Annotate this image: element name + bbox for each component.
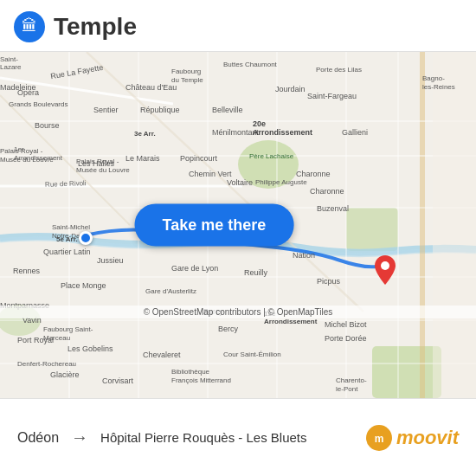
- moovit-icon: m: [365, 424, 393, 452]
- label-gare-lyon: Gare de Lyon: [171, 264, 218, 273]
- label-reuilly: Reuilly: [244, 268, 267, 277]
- label-porte-doree: Porte Dorée: [325, 334, 367, 343]
- destination-marker: [375, 255, 396, 285]
- label-le-marais: Le Marais: [125, 154, 160, 163]
- label-chemin-vert: Chemin Vert: [189, 170, 232, 178]
- svg-point-23: [381, 261, 389, 270]
- label-cour-saint-emilion: Cour Saint-Émilion: [223, 351, 281, 358]
- label-saint-lazare: Saint-Lazare: [0, 55, 21, 71]
- label-bagnol: Bagno-les-Reines: [422, 74, 455, 93]
- label-gallieni: Gallieni: [342, 128, 368, 137]
- origin-marker: [79, 231, 93, 245]
- label-les-gobelins: Les Gobelins: [68, 344, 113, 353]
- moovit-logo: m moovit: [365, 424, 459, 452]
- label-glaciere: Glacière: [50, 370, 80, 379]
- label-belleville: Belleville: [212, 106, 243, 114]
- svg-rect-7: [420, 52, 425, 398]
- footer: Odéon → Hôpital Pierre Rouquès - Les Blu…: [0, 398, 476, 476]
- label-porte-lilas: Porte des Lilas: [316, 66, 362, 74]
- label-faubourg-temple: Faubourgdu Temple: [171, 68, 203, 86]
- origin-label: Odéon: [17, 430, 59, 446]
- svg-text:m: m: [375, 433, 384, 445]
- label-jussieu: Jussieu: [97, 256, 124, 265]
- destination-label: Hôpital Pierre Rouquès - Les Bluets: [100, 430, 306, 445]
- label-jourdain: Jourdain: [275, 85, 306, 93]
- label-michel-bizot: Michel Bizot: [325, 320, 367, 329]
- svg-rect-2: [346, 208, 398, 251]
- label-philippe-auguste: Philippe Auguste: [255, 178, 307, 186]
- label-place-monge: Place Monge: [61, 281, 106, 290]
- label-sentier: Sentier: [93, 106, 119, 114]
- svg-rect-22: [433, 52, 476, 398]
- label-nation: Nation: [293, 251, 315, 260]
- label-grands-boulevards: Grands Boulevards: [9, 100, 68, 108]
- label-corvisart: Corvisart: [102, 376, 133, 385]
- label-gare-austerlitz: Gare d'Austerlitz: [145, 287, 196, 295]
- label-rue-rivoli: Rue de Rivoli: [45, 179, 87, 189]
- label-charenton: Charento-le-Pont: [336, 376, 367, 395]
- label-les-halles: Les Halles: [78, 159, 114, 168]
- page-title: Temple: [54, 13, 137, 41]
- map-attribution: © OpenStreetMap contributors | © OpenMap…: [0, 306, 476, 318]
- label-picpus: Picpus: [317, 277, 340, 286]
- label-pere-lachaise: Père Lachaise: [249, 152, 293, 160]
- label-menilmontant: Ménilmontant: [212, 128, 259, 137]
- label-bibliotheque: BibliothèqueFrançois Mitterrand: [171, 368, 231, 386]
- label-republique: République: [140, 106, 180, 114]
- map-area: Rue La Fayette Opéra Grands Boulevards B…: [0, 52, 476, 398]
- label-bourse: Bourse: [35, 121, 60, 130]
- label-charonne2: Charonne: [310, 187, 344, 196]
- label-chateau-eau: Château d'Eau: [125, 83, 177, 92]
- label-faubourg-saint-marceau: Faubourg Saint-Marceau: [43, 325, 93, 344]
- label-buzenval: Buzenval: [317, 204, 349, 213]
- label-chevaleret: Chevaleret: [143, 351, 181, 359]
- label-20e: 20eArrondissement: [253, 119, 312, 137]
- arrow-icon: →: [71, 428, 88, 447]
- label-buttes-chaumont: Buttes Chaumont: [223, 61, 277, 68]
- app-icon: 🏛: [14, 11, 45, 42]
- label-denfert: Denfert-Rochereau: [17, 360, 76, 368]
- label-quartier-latin: Quartier Latin: [43, 248, 91, 256]
- label-bercy2: Bercy: [218, 325, 238, 333]
- label-voltaire: Voltaire: [227, 178, 253, 187]
- label-madeleine: Madeleine: [0, 83, 36, 92]
- svg-rect-3: [372, 346, 441, 398]
- label-saint-fargeau: Saint-Fargeau: [307, 92, 357, 100]
- label-popincourt: Popincourt: [180, 154, 217, 163]
- label-rennes: Rennes: [13, 267, 40, 275]
- label-charonne: Charonne: [296, 170, 331, 178]
- label-3e: 3e Arr.: [134, 130, 156, 138]
- take-me-there-button[interactable]: Take me there: [135, 204, 294, 247]
- moovit-text: moovit: [396, 427, 459, 449]
- header: 🏛 Temple: [0, 0, 476, 52]
- dest-pin-svg: [375, 255, 396, 285]
- label-palais-royal2: Palais Royal -Musée du Louvre: [0, 147, 54, 165]
